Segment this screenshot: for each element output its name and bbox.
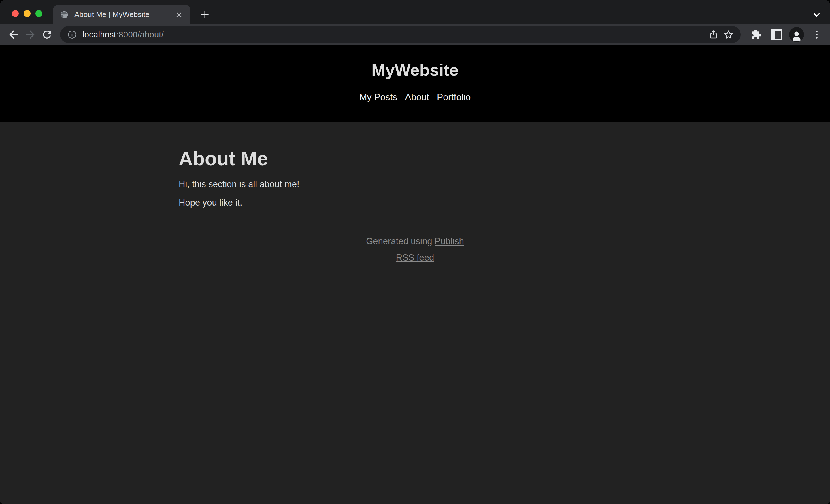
rss-feed-link[interactable]: RSS feed: [396, 253, 434, 263]
tab-close-icon[interactable]: [174, 9, 184, 20]
reload-button[interactable]: [39, 26, 55, 43]
url-path: :8000/about/: [116, 30, 164, 39]
extensions-button[interactable]: [748, 27, 764, 43]
about-paragraph-2: Hope you like it.: [179, 198, 651, 208]
browser-toolbar: localhost:8000/about/: [0, 24, 830, 45]
site-info-button[interactable]: [66, 28, 78, 41]
bookmark-button[interactable]: [721, 27, 736, 42]
profile-button[interactable]: [789, 27, 805, 43]
tab-title: About Me | MyWebsite: [74, 10, 174, 19]
nav-link-about[interactable]: About: [405, 92, 429, 102]
chevron-down-icon: [811, 9, 823, 21]
page-viewport: MyWebsite My Posts About Portfolio About…: [0, 45, 830, 504]
publish-link[interactable]: Publish: [435, 236, 464, 246]
site-title-link[interactable]: MyWebsite: [372, 61, 458, 79]
window-close-button[interactable]: [12, 10, 19, 17]
tab-search-chevron-button[interactable]: [810, 9, 823, 21]
browser-window: About Me | MyWebsite: [0, 0, 830, 504]
side-panel-button[interactable]: [768, 27, 785, 43]
url-text: localhost:8000/about/: [83, 30, 706, 39]
forward-button[interactable]: [22, 26, 39, 43]
url-host: localhost: [83, 30, 116, 39]
back-arrow-icon: [7, 28, 20, 41]
site-header: MyWebsite My Posts About Portfolio: [0, 45, 830, 122]
browser-menu-button[interactable]: [809, 27, 825, 43]
page-title: About Me: [179, 147, 651, 169]
reload-icon: [41, 29, 53, 41]
window-controls: [12, 10, 42, 17]
avatar: [789, 27, 804, 42]
globe-favicon-icon: [60, 10, 69, 19]
puzzle-icon: [751, 29, 762, 40]
info-icon: [67, 30, 77, 39]
forward-arrow-icon: [24, 28, 37, 41]
rss-feed-line: RSS feed: [179, 253, 651, 263]
nav-link-portfolio[interactable]: Portfolio: [437, 92, 471, 102]
generated-using-line: Generated using Publish: [179, 236, 651, 246]
person-icon: [790, 29, 803, 42]
address-bar[interactable]: localhost:8000/about/: [60, 26, 741, 43]
generated-using-text: Generated using: [366, 236, 435, 246]
share-button[interactable]: [706, 27, 721, 42]
site-nav: My Posts About Portfolio: [359, 92, 471, 102]
window-zoom-button[interactable]: [35, 10, 42, 17]
site-footer: Generated using Publish RSS feed: [179, 236, 651, 263]
browser-tab-active[interactable]: About Me | MyWebsite: [53, 5, 191, 24]
nav-link-my-posts[interactable]: My Posts: [359, 92, 397, 102]
window-minimize-button[interactable]: [24, 10, 31, 17]
tab-strip: About Me | MyWebsite: [0, 0, 830, 24]
side-panel-icon: [771, 29, 782, 40]
three-dot-menu-icon: [811, 29, 823, 40]
new-tab-button[interactable]: [198, 8, 212, 21]
star-icon: [723, 29, 734, 40]
back-button[interactable]: [5, 26, 22, 43]
toolbar-right-actions: [748, 27, 825, 43]
plus-icon: [199, 9, 211, 20]
content-wrapper: About Me Hi, this section is all about m…: [179, 147, 651, 263]
share-icon: [708, 29, 719, 40]
about-paragraph-1: Hi, this section is all about me!: [179, 179, 651, 190]
